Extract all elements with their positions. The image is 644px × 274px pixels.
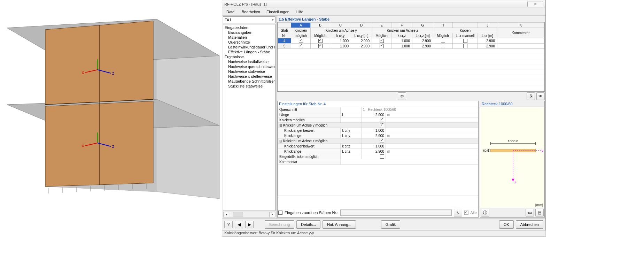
section-title: 1.5 Effektive Längen - Stäbe (277, 16, 545, 22)
checkbox-icon (380, 39, 384, 43)
table-row[interactable]: 4 1.0002.900 1.0002.900 2.900 (278, 38, 544, 44)
help-icon[interactable]: ? (224, 221, 233, 228)
settings-panel: Einstellungen für Stab Nr. 4 Querschnitt… (277, 101, 479, 218)
left-pane: FA1 Eingabedaten Basisangaben Materialie… (222, 16, 277, 218)
axis-x-label: x (82, 70, 84, 75)
tree-nachweise-querschnitt[interactable]: Nachweise querschnittsweise (223, 64, 275, 69)
menubar: Datei Bearbeiten Einstellungen Hilfe (222, 8, 545, 16)
svg-text:60.0: 60.0 (483, 149, 489, 152)
svg-marker-34 (512, 179, 514, 182)
dialog-footer: ? ◀ ▶ Berechnung Details... Nat. Anhang.… (222, 218, 545, 230)
checkbox-icon (380, 44, 384, 48)
checkbox-icon (463, 39, 467, 43)
grafik-button[interactable]: Grafik (381, 220, 400, 229)
checkbox-icon (441, 44, 445, 48)
dialog-title: RF-HOLZ Pro - [Haus_1] (224, 2, 527, 6)
next-icon[interactable]: ▶ (245, 221, 254, 228)
info-icon[interactable]: ⓘ (481, 209, 489, 216)
checkbox-icon (463, 44, 467, 48)
tree-stueckliste[interactable]: Stückliste stabweise (223, 84, 275, 89)
preview-unit: [mm] (535, 203, 543, 207)
details-button[interactable]: Details... (296, 220, 320, 229)
checkbox-icon (299, 44, 303, 48)
table-row[interactable]: 5 1.0002.900 1.0002.900 2.900 (278, 44, 544, 49)
excel-icon[interactable]: ⎘ (527, 92, 535, 100)
loadcase-combo[interactable]: FA1 (223, 16, 276, 23)
preview-title: Rechteck 1000/60 (480, 101, 544, 107)
abbrechen-button[interactable]: Abbrechen (516, 220, 543, 229)
tree-group-eingabedaten[interactable]: Eingabedaten (223, 25, 275, 30)
menu-hilfe[interactable]: Hilfe (293, 9, 306, 15)
menu-datei[interactable]: Datei (224, 9, 238, 15)
assign-bar: Eingaben zuordnen Stäben Nr.: ↖ Alle (278, 208, 478, 217)
checkbox-icon (441, 39, 445, 43)
tree-nachweise-xstellen[interactable]: Nachweise x-stellenweise (223, 74, 275, 79)
nat-anhang-button[interactable]: Nat. Anhang... (323, 220, 356, 229)
assign-input[interactable] (340, 210, 452, 216)
eye-icon[interactable]: 👁 (536, 92, 545, 100)
library-icon[interactable]: ⌸ (535, 209, 544, 216)
main-table[interactable]: ABCD EFGH IJK Stab Knicken Knicken um Ac… (277, 22, 545, 92)
axis-x-label-2: x (82, 143, 84, 148)
assign-alle-checkbox[interactable] (464, 211, 468, 215)
tree-effektive-laengen[interactable]: Effektive Längen - Stäbe (223, 50, 275, 54)
svg-text:y: y (542, 149, 543, 152)
pick-icon[interactable]: ↖ (454, 209, 462, 216)
berechnung-button[interactable]: Berechnung (265, 220, 294, 229)
dialog-titlebar[interactable]: RF-HOLZ Pro - [Haus_1] ✕ (222, 0, 545, 8)
checkbox-icon (380, 154, 384, 159)
menu-bearbeiten[interactable]: Bearbeiten (239, 9, 263, 15)
checkbox-icon (380, 139, 384, 143)
axis-z-label: z (112, 71, 114, 76)
property-grid[interactable]: Querschnitt1 - Rechteck 1000/60 LängeL2.… (278, 107, 478, 208)
tree-querschnitte[interactable]: Querschnitte (223, 40, 275, 45)
checkbox-icon (299, 39, 303, 43)
settings-title: Einstellungen für Stab Nr. 4 (278, 101, 478, 107)
checkbox-icon (318, 44, 323, 48)
tree-basisangaben[interactable]: Basisangaben (223, 30, 275, 35)
tree-schnittgroessen[interactable]: Maßgebende Schnittgrößen sta (223, 79, 275, 84)
checkbox-icon (380, 123, 384, 127)
section-icon[interactable]: ▭ (526, 209, 534, 216)
tree-nachweise-stab[interactable]: Nachweise stabweise (223, 69, 275, 74)
checkbox-icon (318, 39, 323, 43)
preview-panel: Rechteck 1000/60 1000.0 60.0 y (480, 101, 545, 218)
nav-tree[interactable]: Eingabedaten Basisangaben Materialien Qu… (223, 24, 276, 211)
tree-nachweise-lastfall[interactable]: Nachweise lastfallweise (223, 59, 275, 64)
svg-text:z: z (514, 180, 516, 184)
ok-button[interactable]: OK (499, 220, 514, 229)
dialog-rfholz: RF-HOLZ Pro - [Haus_1] ✕ Datei Bearbeite… (222, 0, 546, 230)
tree-hscroll[interactable]: ◂▸ (223, 212, 276, 218)
preview-canvas[interactable]: 1000.0 60.0 y z [mm] (480, 107, 544, 208)
status-bar: Knicklängenbeiwert Beta-y für Knicken um… (222, 230, 546, 237)
right-pane: 1.5 Effektive Längen - Stäbe ABCD EFGH I… (277, 16, 545, 218)
menu-einstellungen[interactable]: Einstellungen (264, 9, 292, 15)
assign-checkbox[interactable] (278, 211, 282, 215)
tree-materialien[interactable]: Materialien (223, 35, 275, 40)
tree-lasteinwirkung[interactable]: Lasteinwirkungsdauer und Nutz (223, 45, 275, 50)
assign-alle-label: Alle (471, 211, 477, 215)
tree-group-ergebnisse[interactable]: Ergebnisse (223, 54, 275, 59)
axis-z-label-2: z (112, 144, 114, 149)
prev-icon[interactable]: ◀ (235, 221, 243, 228)
viewport-3d[interactable]: x z x z (0, 0, 222, 274)
svg-text:1000.0: 1000.0 (508, 139, 519, 143)
checkbox-icon (380, 118, 384, 122)
close-button[interactable]: ✕ (527, 1, 543, 7)
filter-icon[interactable]: ⚙ (398, 92, 406, 100)
assign-label: Eingaben zuordnen Stäben Nr.: (285, 211, 338, 215)
